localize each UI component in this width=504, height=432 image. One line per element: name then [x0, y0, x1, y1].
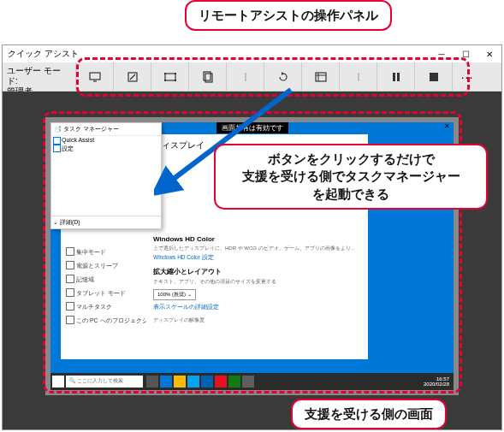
scale-link[interactable]: 表示スケールの詳細設定 [153, 304, 361, 311]
svg-marker-13 [282, 72, 284, 75]
callout-top-text: リモートアシストの操作パネル [199, 8, 378, 22]
share-close-icon[interactable]: ✕ [444, 122, 450, 130]
taskbar-search[interactable]: 🔍 ここに入力して検索 [66, 376, 143, 388]
hd-link[interactable]: Windows HD Color 設定 [153, 254, 361, 262]
callout-middle: ボタンをクリックするだけで 支援を受ける側でタスクマネージャー を起動できる [214, 144, 488, 210]
svg-rect-8 [164, 80, 166, 81]
svg-rect-19 [397, 73, 400, 81]
task-item[interactable]: Quick Assist [51, 136, 161, 144]
stop-icon[interactable] [415, 62, 453, 91]
callout-bottom-text: 支援を受ける側の画面 [305, 406, 433, 421]
sidebar-item[interactable]: タブレット モード [64, 287, 143, 300]
maximize-button[interactable]: ☐ [454, 45, 477, 62]
taskbar-icon[interactable] [215, 376, 227, 388]
svg-line-4 [130, 74, 135, 80]
divider-icon [340, 62, 377, 91]
scale-desc: テキスト、アプリ、その他の項目のサイズを変更する [153, 278, 361, 286]
task-manager-details[interactable]: ⌄ 詳細(D) [51, 216, 161, 228]
svg-rect-9 [175, 80, 176, 81]
svg-rect-20 [430, 73, 438, 81]
taskbar-icon[interactable] [174, 376, 186, 388]
sidebar-item[interactable]: マルチタスク [64, 300, 143, 314]
sidebar-item[interactable]: この PC へのプロジェクション [64, 314, 143, 328]
minimize-button[interactable]: ─ [430, 45, 454, 62]
user-mode-label: ユーザー モード: 管理者 [3, 62, 76, 91]
titlebar: クイック アシスト ─ ☐ ✕ [3, 45, 501, 62]
svg-rect-5 [165, 74, 175, 80]
taskbar-icon[interactable] [146, 376, 158, 388]
scale-title: 拡大縮小とレイアウト [153, 267, 361, 276]
taskbar-clock: 16:57 2020/02/28 [424, 376, 452, 387]
annotate-icon[interactable] [114, 62, 151, 91]
start-button[interactable] [52, 376, 64, 388]
taskbar-icon[interactable] [228, 376, 240, 388]
title-text: クイック アシスト [8, 48, 79, 60]
callout-top: リモートアシストの操作パネル [185, 0, 392, 31]
sidebar-item[interactable]: 電源とスリープ [64, 259, 143, 273]
pause-icon[interactable] [377, 62, 415, 91]
task-item[interactable]: 設定 [51, 144, 161, 154]
task-manager-title: 📑 タスク マネージャー [51, 123, 161, 136]
callout-middle-text: ボタンをクリックするだけで 支援を受ける側でタスクマネージャー を起動できる [242, 151, 460, 201]
hd-title: Windows HD Color [153, 235, 361, 243]
svg-rect-14 [316, 73, 326, 81]
callout-bottom: 支援を受ける側の画面 [291, 399, 447, 429]
close-button[interactable]: ✕ [477, 45, 501, 62]
task-manager-window: 📑 タスク マネージャー Quick Assist 設定 ⌄ 詳細(D) [50, 122, 162, 229]
svg-rect-18 [393, 73, 395, 81]
sidebar-item[interactable]: 集中モード [64, 246, 143, 259]
more-button[interactable]: ··· [453, 62, 482, 91]
taskbar-icon[interactable] [242, 376, 254, 388]
sidebar-item[interactable]: 記憶域 [64, 273, 143, 287]
remote-taskbar: 🔍 ここに入力して検索 16:57 2020/02/28 [50, 373, 454, 390]
taskbar-icon[interactable] [201, 376, 213, 388]
scale-select[interactable]: 100% (推奨) ⌄ [153, 289, 196, 300]
hd-desc: 上で選択したディスプレイに、HDR や WCG のビデオ、ゲーム、アプリの画像を… [153, 245, 361, 252]
taskbar-icon[interactable] [160, 376, 172, 388]
actual-size-icon[interactable] [302, 62, 340, 91]
svg-rect-7 [175, 73, 176, 74]
svg-rect-6 [164, 73, 166, 74]
svg-rect-1 [90, 73, 100, 80]
monitor-icon[interactable] [76, 62, 114, 91]
res-label: ディスプレイの解像度 [153, 317, 361, 324]
taskbar-icon[interactable] [187, 376, 199, 388]
